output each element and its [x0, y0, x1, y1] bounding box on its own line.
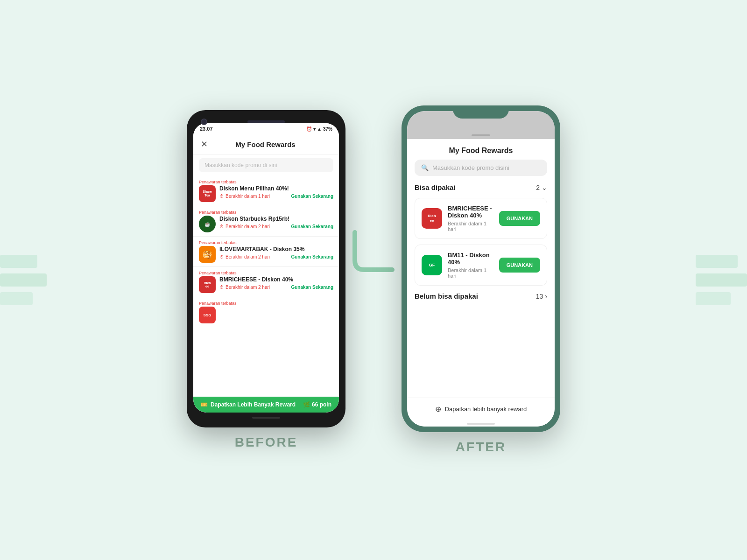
reward-title: Diskon Starbucks Rp15rb!	[219, 216, 333, 222]
iphone-search-bar[interactable]: 🔍 Masukkan kode promo disini	[415, 160, 547, 176]
reward-card-title-2: BM11 - Diskon 40%	[448, 252, 493, 266]
iphone-phone: My Food Rewards 🔍 Masukkan kode promo di…	[402, 105, 560, 432]
iphone-bottom-bar[interactable]: ⊕ Dapatkan lebih banyak reward	[407, 398, 555, 420]
brand-logo: ☕	[199, 216, 216, 232]
list-item: Penawaran terbatas ☕ Diskon Starbucks Rp…	[193, 206, 339, 237]
gunakan-button-1[interactable]: GUNAKAN	[499, 211, 540, 226]
bottom-bar-points: 🌿 66 poin	[303, 401, 331, 408]
active-section-count[interactable]: 2 ⌄	[536, 184, 547, 191]
reward-card-2: GF BM11 - Diskon 40% Berakhir dalam 1 ha…	[415, 245, 547, 286]
brand-logo: 🥞	[199, 246, 216, 263]
iphone-screen: My Food Rewards 🔍 Masukkan kode promo di…	[407, 111, 555, 427]
before-section: 23.07 ⏰ ▾ ▲ 37% ✕ My Food Rewards	[187, 110, 345, 450]
plus-circle-icon: ⊕	[435, 405, 441, 413]
promo-label: Penawaran terbatas	[199, 240, 333, 245]
promo-label: Penawaran terbatas	[199, 271, 333, 275]
iphone-notch	[453, 105, 509, 119]
reward-icon: 🎫	[201, 401, 208, 408]
page-container: 23.07 ⏰ ▾ ▲ 37% ✕ My Food Rewards	[0, 0, 747, 560]
reward-title: ILOVEMARTABAK - Diskon 35%	[219, 246, 333, 252]
reward-card-title: BMRICHEESE - Diskon 40%	[448, 205, 493, 219]
android-status-bar: 23.07 ⏰ ▾ ▲ 37%	[193, 123, 339, 134]
iphone-sheet: My Food Rewards 🔍 Masukkan kode promo di…	[407, 139, 555, 427]
brand-logo: Richee	[199, 276, 216, 293]
reward-card-info-2: BM11 - Diskon 40% Berakhir dalam 1 hari	[448, 252, 493, 279]
wifi-icon: ▾	[313, 126, 316, 132]
use-now-link[interactable]: Gunakan Sekarang	[291, 285, 333, 290]
android-navbar: ✕ My Food Rewards	[193, 134, 339, 154]
battery-text: 37%	[323, 126, 332, 132]
active-section-title: Bisa dipakai	[415, 183, 456, 191]
chevron-right-icon: ›	[545, 293, 547, 300]
promo-label: Penawaran terbatas	[199, 210, 333, 215]
active-section-header: Bisa dipakai 2 ⌄	[407, 182, 555, 195]
chevron-down-icon: ⌄	[542, 184, 547, 191]
list-item: Penawaran terbatas Richee BMRICHEESE - D…	[193, 267, 339, 297]
sheet-handle	[472, 134, 490, 136]
reward-title: BMRICHEESE - Diskon 40%	[219, 276, 333, 283]
after-section: My Food Rewards 🔍 Masukkan kode promo di…	[402, 105, 560, 455]
before-label: BEFORE	[235, 435, 298, 450]
right-stripes	[696, 255, 747, 305]
list-item: Penawaran terbatas ShareTea Diskon Menu …	[193, 176, 339, 206]
reward-card-expires-2: Berakhir dalam 1 hari	[448, 267, 493, 279]
reward-card-expires: Berakhir dalam 1 hari	[448, 221, 493, 232]
expires-text: ⏱ Berakhir dalam 2 hari	[219, 224, 270, 229]
iphone-screen-title: My Food Rewards	[407, 139, 555, 160]
list-item: Penawaran terbatas SSG	[193, 297, 339, 327]
android-rewards-list: Penawaran terbatas ShareTea Diskon Menu …	[193, 176, 339, 397]
brand-logo-bmricheese: Richee	[422, 208, 442, 229]
close-button[interactable]: ✕	[201, 139, 208, 149]
android-screen-title: My Food Rewards	[235, 140, 295, 148]
expires-text: ⏱ Berakhir dalam 1 hari	[219, 194, 270, 199]
expires-text: ⏱ Berakhir dalam 2 hari	[219, 285, 270, 290]
gunakan-button-2[interactable]: GUNAKAN	[499, 258, 540, 273]
list-item: Penawaran terbatas 🥞 ILOVEMARTABAK - Dis…	[193, 237, 339, 267]
leaf-icon: 🌿	[303, 401, 310, 408]
use-now-link[interactable]: Gunakan Sekarang	[291, 224, 333, 229]
inactive-section-count[interactable]: 13 ›	[536, 293, 547, 300]
expires-text: ⏱ Berakhir dalam 2 hari	[219, 254, 270, 259]
signal-icon: ▲	[317, 126, 322, 132]
camera-dot	[201, 119, 207, 125]
iphone-search-placeholder: Masukkan kode promo disini	[432, 164, 509, 171]
use-now-link[interactable]: Gunakan Sekarang	[291, 254, 333, 259]
promo-label: Penawaran terbatas	[199, 301, 333, 306]
brand-logo: ShareTea	[199, 185, 216, 202]
reward-title: Diskon Menu Pilihan 40%!	[219, 185, 333, 192]
brand-logo: SSG	[199, 307, 216, 323]
connector-decoration	[350, 223, 397, 281]
reward-card-info: BMRICHEESE - Diskon 40% Berakhir dalam 1…	[448, 205, 493, 232]
android-search-placeholder: Masukkan kode promo di sini	[204, 162, 277, 168]
android-screen: 23.07 ⏰ ▾ ▲ 37% ✕ My Food Rewards	[193, 123, 339, 413]
search-icon: 🔍	[421, 164, 429, 171]
home-indicator	[407, 420, 555, 427]
inactive-section-title: Belum bisa dipakai	[415, 292, 478, 300]
use-now-link[interactable]: Gunakan Sekarang	[291, 194, 333, 199]
iphone-bottom-bar-text: Dapatkan lebih banyak reward	[445, 406, 527, 413]
android-search-bar[interactable]: Masukkan kode promo di sini	[199, 158, 333, 172]
speaker-bar	[247, 120, 285, 123]
left-stripes	[0, 255, 47, 305]
android-bottom-bar[interactable]: 🎫 Dapatkan Lebih Banyak Reward 🌿 66 poin	[193, 397, 339, 413]
bottom-bar-reward-text: 🎫 Dapatkan Lebih Banyak Reward	[201, 401, 296, 408]
alarm-icon: ⏰	[306, 126, 312, 132]
promo-label: Penawaran terbatas	[199, 180, 333, 184]
android-phone: 23.07 ⏰ ▾ ▲ 37% ✕ My Food Rewards	[187, 110, 345, 427]
status-time: 23.07	[200, 126, 213, 132]
after-label: AFTER	[456, 440, 506, 455]
reward-card-1: Richee BMRICHEESE - Diskon 40% Berakhir …	[415, 198, 547, 239]
status-icons: ⏰ ▾ ▲ 37%	[306, 126, 332, 132]
brand-logo-grabfood: GF	[422, 255, 442, 275]
inactive-section-header: Belum bisa dipakai 13 ›	[407, 288, 555, 302]
spacer	[407, 302, 555, 398]
